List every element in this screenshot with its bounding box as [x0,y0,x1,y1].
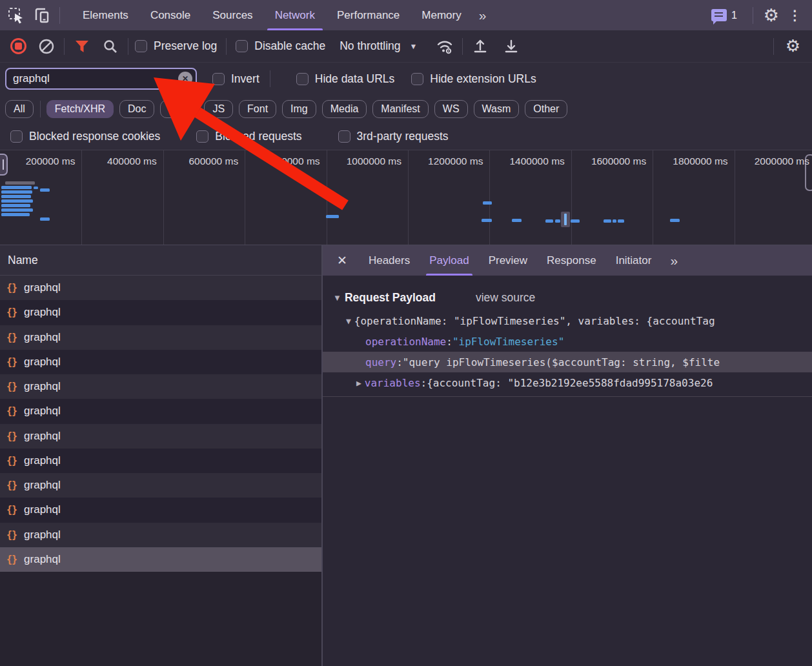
chip-wasm[interactable]: Wasm [474,100,520,118]
request-name: graphql [24,430,61,443]
table-row[interactable]: {}graphql [0,276,321,300]
timeline-bar [1,199,33,203]
timeline-bar [1,204,30,207]
chip-font[interactable]: Font [239,100,276,118]
timeline-bar [618,219,624,223]
close-details-icon[interactable]: ✕ [323,253,359,268]
network-conditions-icon[interactable] [434,35,456,57]
fetch-xhr-icon: {} [6,405,17,417]
tab-payload[interactable]: Payload [420,245,478,276]
query-line[interactable]: query: "query ipFlowTimeseries($accountT… [323,352,812,372]
hide-data-urls-checkbox[interactable]: Hide data URLs [296,72,395,86]
tab-console[interactable]: Console [139,0,201,30]
search-icon[interactable] [99,35,121,57]
chip-media[interactable]: Media [322,100,367,118]
table-row[interactable]: {}graphql [0,523,321,547]
record-network-log-button[interactable] [10,38,26,54]
tab-headers[interactable]: Headers [359,245,420,276]
network-overview-timeline[interactable]: 200000 ms400000 ms600000 ms800000 ms1000… [0,150,812,245]
tab-preview[interactable]: Preview [479,245,537,276]
request-name: graphql [24,529,61,541]
tab-memory[interactable]: Memory [411,0,472,30]
payload-pane: ▼ Request Payload view source ▼ {operati… [323,276,812,397]
network-settings-gear-icon[interactable]: ⚙ [786,36,800,56]
requests-panel: Name {}graphql{}graphql{}graphql{}graphq… [0,245,323,666]
details-tabbar: ✕ HeadersPayloadPreviewResponseInitiator… [323,245,812,276]
chip-css[interactable]: CSS [160,100,198,118]
tab-performance[interactable]: Performance [326,0,411,30]
table-row[interactable]: {}graphql [0,449,321,473]
issues-icon[interactable] [711,9,727,21]
invert-checkbox[interactable]: Invert [212,72,259,86]
throttling-select[interactable]: No throttling ▼ [340,39,417,53]
checkbox-box [296,73,309,85]
fetch-xhr-icon: {} [6,356,17,368]
network-filter-input[interactable] [5,68,197,90]
hide-extension-urls-checkbox[interactable]: Hide extension URLs [411,72,536,86]
divider [128,38,128,55]
blocked-requests-checkbox[interactable]: Blocked requests [196,130,301,143]
kebab-menu-icon[interactable]: ⋮ [788,8,802,23]
table-row[interactable]: {}graphql [0,424,321,449]
separator: : [446,336,452,348]
table-row[interactable]: {}graphql [0,300,321,325]
tab-network[interactable]: Network [264,0,326,30]
disable-cache-checkbox[interactable]: Disable cache [236,39,325,53]
chip-manifest[interactable]: Manifest [372,100,428,118]
export-har-icon[interactable] [500,35,522,57]
clear-filter-icon[interactable]: ✕ [178,72,192,86]
timeline-bar [670,219,680,222]
tab-response[interactable]: Response [537,245,606,276]
operation-name-line[interactable]: operationName: "ipFlowTimeseries" [323,331,812,352]
request-name: graphql [24,306,61,319]
request-payload-section[interactable]: ▼ Request Payload view source [323,285,812,310]
table-row[interactable]: {}graphql [0,325,321,350]
view-source-link[interactable]: view source [476,291,535,305]
chip-img[interactable]: Img [282,100,316,118]
fetch-xhr-icon: {} [6,381,17,392]
preserve-log-checkbox[interactable]: Preserve log [135,39,217,53]
payload-preview-line[interactable]: ▼ {operationName: "ipFlowTimeseries", va… [323,310,812,331]
table-row[interactable]: {}graphql [0,350,321,374]
chip-fetch-xhr[interactable]: Fetch/XHR [46,100,114,118]
chip-other[interactable]: Other [525,100,567,118]
divider [59,7,60,24]
clear-network-log-icon[interactable] [36,35,57,57]
table-row[interactable]: {}graphql [0,498,321,522]
selected-request-marker-line [564,214,567,225]
panel-tabs: ElementsConsoleSourcesNetworkPerformance… [72,0,472,30]
more-details-tabs-icon[interactable]: » [661,253,685,268]
timeline-tick-label: 200000 ms [26,156,76,167]
tab-initiator[interactable]: Initiator [606,245,662,276]
invert-label: Invert [231,72,259,86]
json-key: operationName [365,336,446,348]
network-filter-row: ✕ Invert Hide data URLs Hide extension U… [0,63,812,95]
tab-elements[interactable]: Elements [72,0,139,30]
filter-funnel-icon[interactable] [71,35,93,57]
3rd-party-requests-checkbox[interactable]: 3rd-party requests [338,130,449,143]
chip-ws[interactable]: WS [434,100,468,118]
tab-sources[interactable]: Sources [201,0,263,30]
table-row[interactable]: {}graphql [0,473,321,498]
table-row[interactable]: {}graphql [0,547,321,572]
timeline-bar [34,187,38,189]
name-column-header[interactable]: Name [0,245,321,276]
variables-line[interactable]: ▶ variables: {accountTag: "b12e3b2192ee5… [323,372,812,393]
import-har-icon[interactable] [469,35,491,57]
settings-gear-icon[interactable]: ⚙ [764,5,779,26]
table-row[interactable]: {}graphql [0,374,321,399]
timeline-tick-label: 1400000 ms [509,156,564,167]
inspect-element-icon[interactable] [5,5,27,26]
timeline-tick-label: 1200000 ms [428,156,483,167]
table-row[interactable]: {}graphql [0,399,321,423]
more-panels-icon[interactable]: » [472,8,492,23]
chip-all[interactable]: All [5,100,34,118]
timeline-bar [613,219,616,223]
device-toolbar-icon[interactable] [31,5,53,26]
timeline-bar [1,195,31,198]
blocked-response-cookies-checkbox[interactable]: Blocked response cookies [10,130,160,143]
request-name: graphql [24,380,61,393]
chip-doc[interactable]: Doc [119,100,154,118]
timeline-left-handle[interactable] [0,154,8,176]
chip-js[interactable]: JS [204,100,233,118]
